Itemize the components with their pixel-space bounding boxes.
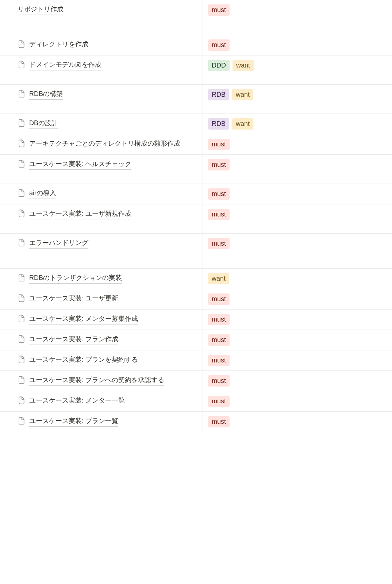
table-row[interactable]: ユースケース実装: プラン一覧must — [0, 412, 392, 432]
title-cell[interactable]: RDBの構築 — [0, 85, 203, 114]
table-row[interactable]: ユースケース実装: ユーザ更新must — [0, 289, 392, 310]
tags-cell[interactable]: must — [203, 371, 392, 391]
page-title[interactable]: ユースケース実装: プランへの契約を承認する — [29, 375, 164, 386]
page-title[interactable]: ユースケース実装: メンター一覧 — [29, 396, 125, 406]
tags-cell[interactable]: must — [203, 184, 392, 204]
page-title[interactable]: ドメインモデル図を作成 — [29, 60, 101, 70]
page-icon — [18, 90, 26, 98]
page-icon — [18, 396, 26, 404]
table-row[interactable]: アーキテクチャごとのディレクトリ構成の雛形作成must — [0, 134, 392, 155]
table-row[interactable]: ユースケース実装: プラン作成must — [0, 330, 392, 350]
title-cell[interactable]: airの導入 — [0, 184, 203, 204]
tags-cell[interactable]: must — [203, 134, 392, 154]
title-cell[interactable]: アーキテクチャごとのディレクトリ構成の雛形作成 — [0, 134, 203, 154]
table-row[interactable]: ドメインモデル図を作成DDDwant — [0, 55, 392, 85]
table-row[interactable]: ユースケース実装: ユーザ新規作成must — [0, 204, 392, 234]
page-title[interactable]: RDBの構築 — [29, 89, 63, 100]
tag-want: want — [232, 60, 254, 71]
tags-cell[interactable]: want — [203, 269, 392, 289]
task-table: リポジトリ作成mustディレクトリを作成mustドメインモデル図を作成DDDwa… — [0, 0, 392, 432]
tags-cell[interactable]: must — [203, 289, 392, 309]
table-row[interactable]: ユースケース実装: メンター一覧must — [0, 391, 392, 412]
tag-must: must — [208, 375, 230, 387]
page-title[interactable]: アーキテクチャごとのディレクトリ構成の雛形作成 — [29, 139, 180, 149]
page-title[interactable]: ユースケース実装: ヘルスチェック — [29, 159, 131, 170]
table-row[interactable]: ユースケース実装: メンター募集作成must — [0, 310, 392, 330]
tags-cell[interactable]: must — [203, 0, 392, 35]
title-cell[interactable]: ユースケース実装: プラン作成 — [0, 330, 203, 350]
page-title[interactable]: ユースケース実装: プランを契約する — [29, 355, 138, 365]
tag-must: must — [208, 238, 230, 249]
title-cell[interactable]: ユースケース実装: メンター募集作成 — [0, 310, 203, 330]
table-row[interactable]: RDBのトランザクションの実装want — [0, 269, 392, 289]
tag-must: must — [208, 4, 230, 16]
tags-cell[interactable]: DDDwant — [203, 55, 392, 84]
page-icon — [18, 356, 26, 364]
page-title[interactable]: ユースケース実装: ユーザ新規作成 — [29, 209, 131, 219]
title-cell[interactable]: ユースケース実装: プラン一覧 — [0, 412, 203, 432]
title-cell[interactable]: エラーハンドリング — [0, 234, 203, 268]
page-title[interactable]: ユースケース実装: プラン作成 — [29, 334, 118, 345]
table-row[interactable]: ディレクトリを作成must — [0, 35, 392, 55]
tags-cell[interactable]: must — [203, 155, 392, 184]
tag-want: want — [208, 273, 229, 284]
tag-must: must — [208, 355, 230, 366]
tag-ddd: DDD — [208, 60, 230, 71]
page-icon — [18, 61, 26, 69]
tags-cell[interactable]: must — [203, 35, 392, 55]
title-cell[interactable]: リポジトリ作成 — [0, 0, 203, 35]
page-icon — [18, 274, 26, 282]
tags-cell[interactable]: must — [203, 330, 392, 350]
table-row[interactable]: ユースケース実装: ヘルスチェックmust — [0, 155, 392, 184]
tags-cell[interactable]: must — [203, 310, 392, 330]
title-cell[interactable]: ユースケース実装: ユーザ新規作成 — [0, 204, 203, 233]
table-row[interactable]: RDBの構築RDBwant — [0, 85, 392, 114]
tag-must: must — [208, 314, 230, 325]
tag-must: must — [208, 39, 230, 51]
page-title[interactable]: エラーハンドリング — [29, 238, 88, 249]
title-cell[interactable]: ユースケース実装: プランを契約する — [0, 350, 203, 370]
page-icon — [18, 210, 26, 218]
tags-cell[interactable]: must — [203, 391, 392, 411]
page-title[interactable]: ユースケース実装: ユーザ更新 — [29, 293, 118, 304]
tags-cell[interactable]: must — [203, 350, 392, 370]
title-cell[interactable]: ユースケース実装: メンター一覧 — [0, 391, 203, 411]
page-icon — [18, 160, 26, 168]
page-icon — [18, 335, 26, 343]
page-title[interactable]: DBの設計 — [29, 118, 58, 129]
tags-cell[interactable]: must — [203, 412, 392, 432]
title-cell[interactable]: RDBのトランザクションの実装 — [0, 269, 203, 289]
tag-must: must — [208, 139, 230, 150]
page-icon — [18, 294, 26, 302]
tag-want: want — [232, 118, 253, 130]
table-row[interactable]: エラーハンドリングmust — [0, 234, 392, 269]
page-title[interactable]: リポジトリ作成 — [18, 4, 64, 15]
tag-rdb: RDB — [208, 89, 229, 100]
page-title[interactable]: RDBのトランザクションの実装 — [29, 273, 122, 284]
tag-must: must — [208, 416, 230, 427]
tags-cell[interactable]: RDBwant — [203, 85, 392, 114]
page-title[interactable]: ユースケース実装: メンター募集作成 — [29, 314, 138, 324]
tag-must: must — [208, 293, 230, 305]
tag-want: want — [232, 89, 253, 100]
title-cell[interactable]: ユースケース実装: ユーザ更新 — [0, 289, 203, 309]
title-cell[interactable]: ディレクトリを作成 — [0, 35, 203, 55]
table-row[interactable]: DBの設計RDBwant — [0, 114, 392, 134]
title-cell[interactable]: ユースケース実装: プランへの契約を承認する — [0, 371, 203, 391]
page-title[interactable]: ディレクトリを作成 — [29, 39, 88, 50]
tag-must: must — [208, 188, 230, 200]
page-icon — [18, 239, 26, 247]
page-title[interactable]: ユースケース実装: プラン一覧 — [29, 416, 118, 427]
title-cell[interactable]: ドメインモデル図を作成 — [0, 55, 203, 84]
tags-cell[interactable]: RDBwant — [203, 114, 392, 134]
tags-cell[interactable]: must — [203, 234, 392, 268]
table-row[interactable]: ユースケース実装: プランを契約するmust — [0, 350, 392, 371]
page-title[interactable]: airの導入 — [29, 188, 56, 199]
tags-cell[interactable]: must — [203, 204, 392, 233]
tag-must: must — [208, 209, 230, 220]
table-row[interactable]: airの導入must — [0, 184, 392, 204]
title-cell[interactable]: DBの設計 — [0, 114, 203, 134]
table-row[interactable]: リポジトリ作成must — [0, 0, 392, 35]
title-cell[interactable]: ユースケース実装: ヘルスチェック — [0, 155, 203, 184]
table-row[interactable]: ユースケース実装: プランへの契約を承認するmust — [0, 371, 392, 391]
